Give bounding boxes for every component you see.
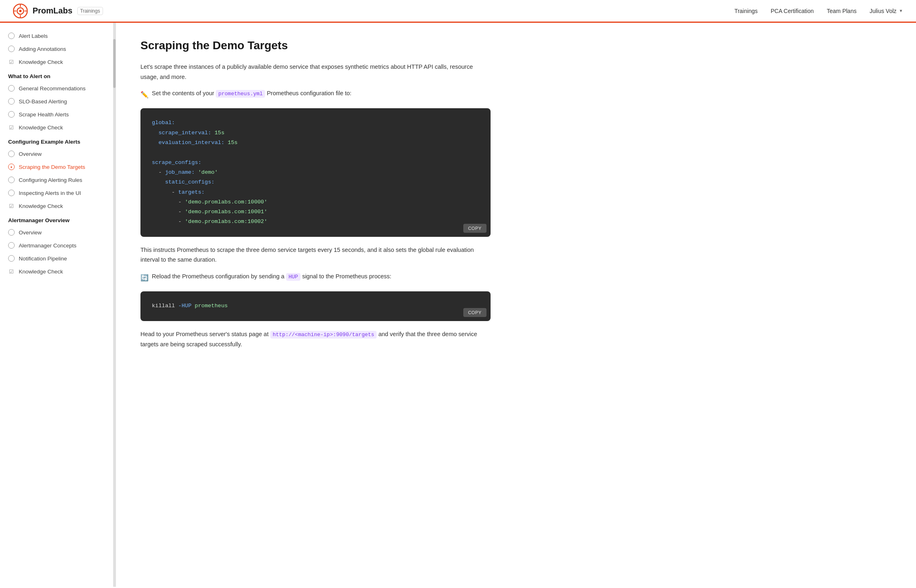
intro-paragraph: Let's scrape three instances of a public… [140,62,491,82]
sidebar-item-general-recommendations[interactable]: General Recommendations [0,82,116,95]
sidebar-item-label: Overview [19,230,42,236]
sidebar-item-adding-annotations[interactable]: Adding Annotations [0,42,116,55]
instruction-1: ✏️ Set the contents of your prometheus.y… [140,88,491,100]
sidebar-item-knowledge-check-4[interactable]: ☑ Knowledge Check [0,265,116,278]
prometheus-yml-code: prometheus.yml [216,90,265,98]
sidebar-item-alert-labels[interactable]: Alert Labels [0,29,116,42]
pencil-icon: ✏️ [140,89,149,100]
sidebar-item-label: General Recommendations [19,85,85,92]
page-layout: Alert Labels Adding Annotations ☑ Knowle… [0,23,916,587]
section-header-configuring-example: Configuring Example Alerts [0,134,116,147]
copy-button-2[interactable]: COPY [463,308,486,317]
sidebar-item-label: Alert Labels [19,33,48,39]
check-icon: ☑ [8,268,15,275]
circle-icon [8,242,15,249]
trainings-badge: Trainings [77,7,103,15]
hup-code: HUP [286,273,300,281]
circle-icon [8,98,15,105]
check-icon: ☑ [8,203,15,209]
sidebar-item-alertmanager-concepts[interactable]: Alertmanager Concepts [0,239,116,252]
instruction-2-text: Reload the Prometheus configuration by s… [152,271,391,282]
sidebar-item-label: Knowledge Check [19,269,63,275]
circle-icon [8,177,15,183]
code-block-1: global: scrape_interval: 15s evaluation_… [140,108,491,236]
sidebar-item-inspecting-alerts-ui[interactable]: Inspecting Alerts in the UI [0,186,116,199]
circle-icon [8,151,15,157]
header: PromLabs Trainings Trainings PCA Certifi… [0,0,916,23]
code-block-1-wrapper: global: scrape_interval: 15s evaluation_… [140,108,491,236]
circle-icon [8,111,15,118]
page-title: Scraping the Demo Targets [140,39,491,52]
user-name: Julius Volz [870,8,896,14]
nav-pca[interactable]: PCA Certification [771,8,814,14]
circle-icon-active: ● [8,164,15,170]
sidebar-item-label: Scrape Health Alerts [19,111,69,118]
main-content: Scraping the Demo Targets Let's scrape t… [116,23,515,587]
nav-trainings[interactable]: Trainings [734,8,758,14]
circle-icon [8,255,15,262]
url-code: http://<machine-ip>:9090/targets [270,331,377,339]
user-menu[interactable]: Julius Volz ▼ [870,8,903,14]
check-icon: ☑ [8,59,15,65]
scroll-thumb [113,39,116,88]
sidebar-item-slo-based-alerting[interactable]: SLO-Based Alerting [0,95,116,108]
reload-icon: 🔄 [140,272,149,283]
sidebar-item-overview-1[interactable]: Overview [0,147,116,160]
nav-team-plans[interactable]: Team Plans [827,8,857,14]
sidebar-item-label: Notification Pipeline [19,256,67,262]
sidebar-item-knowledge-check-2[interactable]: ☑ Knowledge Check [0,121,116,134]
sidebar-item-label: Knowledge Check [19,203,63,209]
sidebar-item-scrape-health-alerts[interactable]: Scrape Health Alerts [0,108,116,121]
description-paragraph: This instructs Prometheus to scrape the … [140,245,491,265]
sidebar-item-knowledge-check-top[interactable]: ☑ Knowledge Check [0,55,116,68]
circle-icon [8,85,15,92]
sidebar-item-label: Knowledge Check [19,59,63,65]
sidebar-item-label: Alertmanager Concepts [19,243,77,249]
sidebar-item-scraping-demo-targets[interactable]: ● Scraping the Demo Targets [0,160,116,173]
sidebar-item-knowledge-check-3[interactable]: ☑ Knowledge Check [0,199,116,212]
sidebar-item-notification-pipeline[interactable]: Notification Pipeline [0,252,116,265]
chevron-down-icon: ▼ [899,9,903,13]
sidebar-item-label: Scraping the Demo Targets [19,164,85,170]
section-header-what-to-alert: What to Alert on [0,68,116,82]
instruction-2: 🔄 Reload the Prometheus configuration by… [140,271,491,283]
sidebar-item-label: Knowledge Check [19,125,63,131]
circle-icon [8,190,15,196]
circle-icon [8,46,15,52]
copy-button-1[interactable]: COPY [463,224,486,233]
scroll-indicator [113,23,116,587]
header-left: PromLabs Trainings [13,4,103,18]
code-block-2: killall -HUP prometheus [140,291,491,321]
header-nav: Trainings PCA Certification Team Plans J… [734,8,903,14]
sidebar-item-label: SLO-Based Alerting [19,98,67,105]
logo-text: PromLabs [33,6,72,15]
check-icon: ☑ [8,124,15,131]
sidebar: Alert Labels Adding Annotations ☑ Knowle… [0,23,116,587]
final-paragraph: Head to your Prometheus server's status … [140,329,491,350]
sidebar-item-configuring-alerting-rules[interactable]: Configuring Alerting Rules [0,173,116,186]
code-block-2-wrapper: killall -HUP prometheus COPY [140,291,491,321]
instruction-1-text: Set the contents of your prometheus.yml … [152,88,351,98]
sidebar-item-label: Adding Annotations [19,46,66,52]
sidebar-item-label: Inspecting Alerts in the UI [19,190,81,196]
circle-icon [8,229,15,236]
sidebar-item-label: Configuring Alerting Rules [19,177,82,183]
sidebar-item-overview-2[interactable]: Overview [0,226,116,239]
section-header-alertmanager: Alertmanager Overview [0,212,116,226]
promlabs-logo-icon [13,4,28,18]
circle-icon [8,33,15,39]
sidebar-item-label: Overview [19,151,42,157]
svg-point-2 [19,10,22,12]
